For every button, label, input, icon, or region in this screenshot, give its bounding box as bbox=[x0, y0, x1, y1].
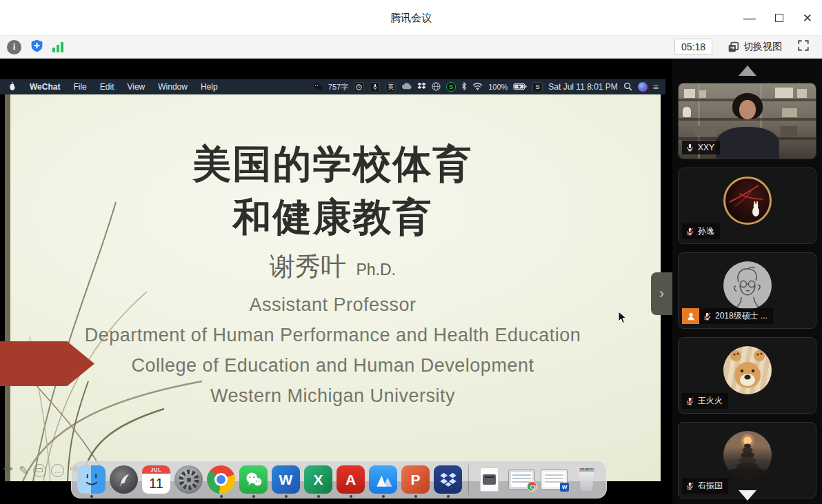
dock-separator bbox=[468, 465, 469, 495]
vpn-status-icon[interactable]: S bbox=[446, 82, 456, 92]
participant-name-label: 石振国 bbox=[682, 478, 728, 494]
system-preferences-icon[interactable] bbox=[174, 465, 203, 494]
chevron-right-icon: › bbox=[659, 285, 664, 303]
participant-tile-2018[interactable]: 2018级硕士 ... bbox=[678, 252, 816, 329]
slide-line-title: Assistant Professor bbox=[0, 290, 665, 320]
scroll-down-arrow[interactable] bbox=[739, 490, 756, 501]
host-badge bbox=[682, 308, 699, 324]
excel-icon[interactable]: X bbox=[304, 465, 332, 494]
word-letter: W bbox=[279, 472, 293, 488]
globe-icon[interactable] bbox=[432, 82, 441, 92]
participant-tile-sunyi[interactable]: 孙逸 bbox=[678, 168, 816, 244]
tencent-meeting-icon[interactable] bbox=[369, 465, 397, 494]
window-title: 腾讯会议 bbox=[0, 12, 822, 25]
calendar-icon[interactable]: JUL 11 bbox=[142, 465, 170, 494]
powerpoint-letter: P bbox=[410, 472, 420, 488]
launchpad-icon[interactable] bbox=[110, 465, 138, 494]
menubar-item-help[interactable]: Help bbox=[201, 82, 218, 92]
chat-bubbles-icon[interactable] bbox=[312, 82, 323, 92]
minimize-button[interactable]: — bbox=[743, 12, 756, 24]
cloud-sync-icon[interactable] bbox=[401, 83, 412, 91]
more-options-button[interactable]: … bbox=[51, 464, 64, 477]
slide-author-name: 谢秀叶 bbox=[270, 252, 346, 281]
previous-slide-button[interactable] bbox=[1, 463, 14, 477]
avatar bbox=[723, 346, 772, 394]
menubar-item-wechat[interactable]: WeChat bbox=[30, 82, 60, 92]
display-icon bbox=[37, 468, 43, 472]
bluetooth-icon[interactable] bbox=[461, 82, 467, 92]
menubar-item-view[interactable]: View bbox=[127, 82, 145, 92]
apple-menu-icon[interactable] bbox=[8, 81, 17, 93]
mac-menubar: WeChat File Edit View Window Help 757字 英 bbox=[0, 79, 665, 94]
dictation-mic-icon[interactable] bbox=[370, 82, 380, 92]
mouse-cursor bbox=[618, 311, 627, 327]
siri-icon[interactable] bbox=[638, 82, 648, 92]
screen-share-area: WeChat File Edit View Window Help 757字 英 bbox=[0, 59, 672, 504]
battery-percent: 100% bbox=[488, 83, 508, 91]
wechat-icon[interactable] bbox=[239, 465, 268, 494]
word-icon[interactable]: W bbox=[272, 465, 300, 494]
dropbox-status-icon[interactable] bbox=[417, 82, 426, 92]
slide-subtitle-block: Assistant Professor Department of Human … bbox=[0, 290, 665, 411]
trash-icon[interactable] bbox=[572, 465, 601, 494]
participant-name-label: 孙逸 bbox=[682, 223, 720, 239]
participant-tile-shizhenguo[interactable]: 石振国 bbox=[678, 422, 816, 498]
meeting-info-icon[interactable]: i bbox=[7, 40, 21, 54]
dropbox-icon[interactable] bbox=[434, 465, 462, 494]
spotlight-search-icon[interactable] bbox=[623, 82, 632, 92]
ime-clock-icon[interactable] bbox=[354, 82, 364, 92]
word-badge-icon: W bbox=[560, 483, 569, 492]
app-titlebar: 腾讯会议 — ✕ bbox=[0, 0, 822, 36]
presenter-controls: ✎ … bbox=[1, 463, 81, 477]
slide-author-degree: Ph.D. bbox=[356, 261, 396, 279]
s-app-icon[interactable]: S bbox=[532, 82, 543, 92]
chrome-icon[interactable] bbox=[207, 465, 235, 494]
drive-document-icon[interactable] bbox=[475, 465, 503, 494]
switch-view-icon bbox=[728, 41, 739, 53]
input-language-badge[interactable]: 英 bbox=[385, 82, 396, 92]
menubar-item-edit[interactable]: Edit bbox=[100, 82, 114, 92]
minimized-word-window[interactable]: W bbox=[540, 465, 568, 494]
participant-name: 孙逸 bbox=[698, 225, 714, 237]
participant-name-label: 2018级硕士 ... bbox=[699, 308, 773, 324]
mic-muted-icon bbox=[685, 396, 694, 406]
close-button[interactable]: ✕ bbox=[803, 12, 812, 24]
slide-title: 美国的学校体育 和健康教育 bbox=[0, 137, 665, 244]
menubar-clock[interactable]: Sat Jul 11 8:01 PM bbox=[548, 82, 618, 92]
participant-name: 王火火 bbox=[698, 395, 723, 407]
menubar-item-file[interactable]: File bbox=[73, 82, 86, 92]
network-quality-icon[interactable] bbox=[52, 41, 63, 52]
chrome-badge-icon bbox=[527, 481, 537, 492]
mic-muted-icon bbox=[685, 481, 694, 491]
participant-tile-wanghuohuo[interactable]: 王火火 bbox=[678, 337, 816, 414]
slide-author-line: 谢秀叶 Ph.D. bbox=[0, 250, 665, 284]
collapse-panel-tab[interactable]: › bbox=[651, 272, 672, 315]
powerpoint-icon[interactable]: P bbox=[401, 465, 430, 494]
acrobat-icon[interactable]: A bbox=[337, 465, 365, 494]
display-settings-button[interactable] bbox=[33, 464, 46, 477]
main-area: WeChat File Edit View Window Help 757字 英 bbox=[0, 59, 822, 504]
fullscreen-button[interactable] bbox=[797, 39, 810, 54]
word-window-thumbnail: W bbox=[541, 470, 568, 490]
slide-line-department: Department of Human Performance and Heal… bbox=[0, 320, 665, 350]
meeting-toolbar: i 05:18 切换视图 bbox=[0, 36, 822, 59]
minimized-chrome-window[interactable] bbox=[508, 465, 536, 494]
maximize-button[interactable] bbox=[775, 12, 783, 24]
participant-tile-xxy[interactable]: XXY bbox=[678, 83, 816, 159]
wifi-icon[interactable] bbox=[472, 83, 483, 92]
presentation-slide: 美国的学校体育 和健康教育 谢秀叶 Ph.D. Assistant Profes… bbox=[0, 94, 665, 481]
pen-tool-button[interactable]: ✎ bbox=[19, 463, 28, 477]
participant-name: XXY bbox=[698, 143, 714, 152]
security-shield-icon[interactable] bbox=[30, 39, 44, 56]
notification-center-icon[interactable]: ≡ bbox=[653, 81, 659, 92]
maximize-icon bbox=[775, 14, 783, 22]
battery-icon bbox=[513, 83, 527, 92]
document-page bbox=[480, 467, 499, 492]
shared-mac-desktop: WeChat File Edit View Window Help 757字 英 bbox=[0, 79, 665, 504]
switch-view-button[interactable]: 切换视图 bbox=[728, 41, 782, 53]
finder-icon[interactable] bbox=[77, 465, 106, 494]
slide-title-line1: 美国的学校体育 bbox=[0, 137, 665, 190]
menubar-item-window[interactable]: Window bbox=[158, 82, 188, 92]
scroll-up-arrow[interactable] bbox=[739, 65, 756, 76]
slide-title-line2: 和健康教育 bbox=[0, 190, 665, 243]
